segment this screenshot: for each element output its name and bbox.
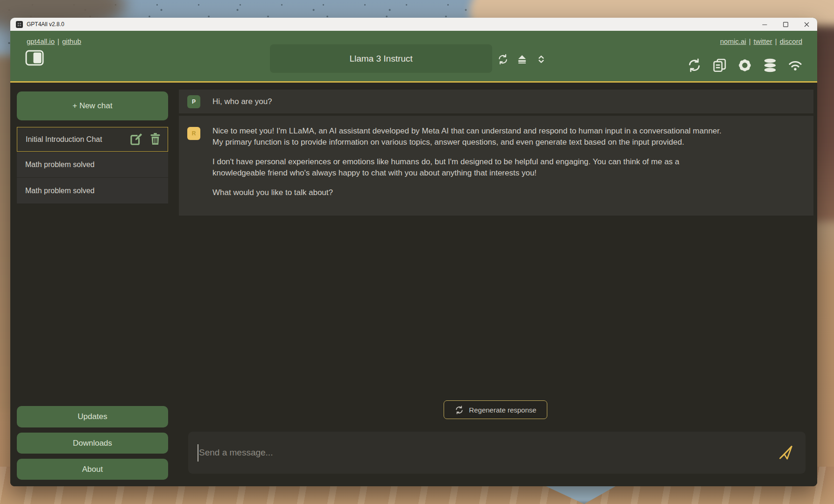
drawer-toggle-icon[interactable] — [25, 50, 44, 66]
sync-icon[interactable] — [686, 57, 702, 73]
link-github[interactable]: github — [62, 37, 81, 45]
link-separator: | — [746, 37, 754, 45]
window-title: GPT4All v2.8.0 — [27, 21, 64, 28]
copy-chat-icon[interactable] — [712, 57, 728, 73]
link-separator: | — [772, 37, 780, 45]
link-nomic-ai[interactable]: nomic.ai — [720, 37, 746, 45]
regenerate-label: Regenerate response — [469, 406, 536, 414]
delete-chat-icon[interactable] — [148, 133, 162, 146]
network-wifi-icon[interactable] — [787, 57, 803, 73]
maximize-icon — [783, 22, 788, 27]
window-controls — [754, 18, 817, 31]
regenerate-button[interactable]: Regenerate response — [444, 400, 547, 419]
link-twitter[interactable]: twitter — [754, 37, 772, 45]
maximize-button[interactable] — [775, 18, 796, 31]
message-input[interactable] — [188, 432, 806, 474]
sidebar-item-chat-selected[interactable]: Initial Introduction Chat — [17, 127, 168, 152]
link-gpt4all-io[interactable]: gpt4all.io — [27, 37, 55, 45]
model-selector[interactable]: Llama 3 Instruct — [270, 44, 492, 73]
model-selector-actions — [497, 53, 547, 65]
app-icon — [16, 21, 23, 28]
edit-chat-icon[interactable] — [129, 133, 143, 146]
header-toolbar — [686, 57, 803, 73]
sidebar-item-chat[interactable]: Math problem solved — [17, 178, 168, 203]
assistant-message-text: Nice to meet you! I'm LLaMA, an AI assis… — [212, 116, 735, 198]
assistant-paragraph: I don't have personal experiences or emo… — [212, 156, 721, 179]
sidebar-item-chat[interactable]: Math problem solved — [17, 152, 168, 177]
link-discord[interactable]: discord — [780, 37, 802, 45]
chat-title: Math problem solved — [25, 161, 95, 169]
assistant-paragraph: Nice to meet you! I'm LLaMA, an AI assis… — [212, 126, 721, 148]
model-selector-value: Llama 3 Instruct — [349, 54, 412, 64]
settings-gear-icon[interactable] — [737, 57, 753, 73]
regenerate-icon — [454, 405, 464, 415]
text-cursor — [198, 444, 198, 462]
about-button[interactable]: About — [17, 459, 168, 480]
reload-model-icon[interactable] — [497, 53, 509, 65]
updates-button[interactable]: Updates — [17, 406, 168, 427]
link-separator: | — [55, 37, 62, 45]
titlebar: GPT4All v2.8.0 — [10, 18, 817, 31]
header-right-links: nomic.ai|twitter|discord — [720, 37, 802, 45]
new-chat-button[interactable]: + New chat — [17, 91, 168, 120]
localdocs-database-icon[interactable] — [762, 57, 778, 73]
minimize-button[interactable] — [754, 18, 775, 31]
close-button[interactable] — [796, 18, 817, 31]
chat-title: Math problem solved — [25, 187, 95, 195]
app-header: gpt4all.io|github Llama 3 Instruct — [10, 31, 817, 83]
gpt4all-window: GPT4All v2.8.0 gpt4all.io|github — [10, 18, 817, 486]
message-row-user: P Hi, who are you? — [179, 90, 813, 113]
message-row-assistant: R Nice to meet you! I'm LLaMA, an AI ass… — [179, 116, 813, 216]
minimize-icon — [762, 22, 767, 27]
assistant-paragraph: What would you like to talk about? — [212, 187, 721, 198]
chat-item-actions — [129, 133, 162, 146]
user-avatar: P — [187, 95, 200, 108]
header-left-links: gpt4all.io|github — [27, 37, 81, 45]
chat-title: Initial Introduction Chat — [26, 135, 102, 144]
downloads-button[interactable]: Downloads — [17, 433, 168, 454]
message-input-container — [188, 432, 806, 474]
model-chevrons-icon[interactable] — [535, 53, 547, 65]
close-icon — [804, 22, 809, 27]
content-area: + New chat Initial Introduction Chat — [10, 84, 817, 486]
eject-model-icon[interactable] — [516, 53, 528, 65]
send-icon[interactable] — [777, 444, 794, 462]
user-message-text: Hi, who are you? — [212, 96, 272, 107]
assistant-avatar: R — [187, 127, 200, 140]
